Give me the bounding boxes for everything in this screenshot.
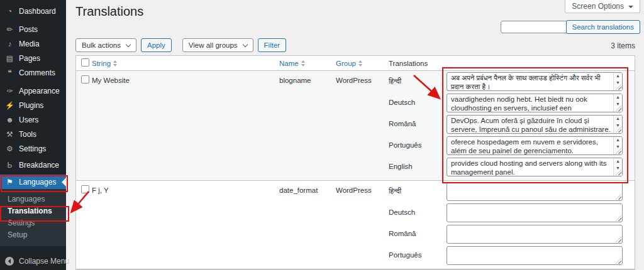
scroll-down-icon[interactable]: ▼	[616, 144, 620, 149]
page-title: Translations	[75, 4, 143, 19]
sidebar-item-languages[interactable]: ⚑Languages	[0, 175, 66, 189]
current-menu-arrow	[62, 178, 66, 186]
select-all-checkbox[interactable]	[81, 58, 89, 67]
translation-entry: हिन्दी	[389, 182, 635, 203]
sidebar-item-label: Comments	[19, 68, 55, 77]
apply-button[interactable]: Apply	[141, 38, 172, 52]
translation-language-label: Română	[389, 115, 447, 127]
scroll-down-icon[interactable]: ▼	[616, 166, 620, 170]
table-body: My WebsiteblognameWordPressहिन्दी▲▼Deuts…	[76, 71, 635, 269]
dashboard-icon: ◔	[5, 7, 14, 16]
submenu-item-settings[interactable]: Settings	[0, 217, 66, 229]
row-checkbox[interactable]	[81, 75, 89, 84]
sidebar-item-label: Breakdance	[19, 161, 59, 170]
sort-icon	[358, 60, 362, 67]
sidebar-item-tools[interactable]: ⚒Tools	[0, 127, 66, 141]
scroll-up-icon[interactable]: ▲	[616, 73, 620, 78]
tools-icon: ⚒	[5, 130, 14, 139]
sidebar-item-comments[interactable]: ❝Comments	[0, 65, 66, 80]
cell-translations: हिन्दीDeutschRomânăPortuguês	[389, 181, 635, 269]
submenu-item-setup[interactable]: Setup	[0, 229, 66, 241]
scroll-up-icon[interactable]: ▲	[616, 95, 620, 99]
translation-entry: Română▲▼	[389, 115, 635, 136]
table-row: F j, Ydate_formatWordPressहिन्दीDeutschR…	[76, 181, 635, 269]
column-header-string[interactable]: String	[92, 60, 279, 67]
sort-icon	[113, 60, 117, 67]
translation-textarea[interactable]	[447, 158, 623, 176]
collapse-icon	[5, 257, 14, 266]
scroll-up-icon[interactable]: ▲	[616, 116, 620, 121]
translation-textarea[interactable]	[447, 182, 623, 201]
screen-options-label: Screen Options	[572, 2, 624, 11]
column-header-name[interactable]: Name	[279, 60, 336, 67]
sidebar-item-plugins[interactable]: ⚡Plugins	[0, 98, 66, 112]
scroll-down-icon[interactable]: ▼	[616, 80, 620, 85]
sidebar-item-settings[interactable]: ⚙Settings	[0, 141, 66, 156]
sidebar-item-dashboard[interactable]: ◔Dashboard	[0, 4, 66, 18]
translation-entry: हिन्दी▲▼	[389, 72, 635, 94]
submenu-item-languages[interactable]: Languages	[0, 193, 66, 205]
sidebar-item-pages[interactable]: ▤Pages	[0, 51, 66, 65]
sidebar-item-label: Pages	[19, 54, 40, 63]
chevron-down-icon	[628, 6, 633, 8]
translation-language-label: Português	[389, 246, 447, 259]
scroll-up-icon[interactable]: ▲	[616, 159, 620, 163]
languages-icon: ⚑	[5, 178, 14, 186]
appearance-brush-icon: ✑	[5, 87, 14, 95]
bulk-actions-label: Bulk actions	[82, 41, 121, 49]
translation-field: ▲▼	[447, 136, 623, 155]
translation-field	[447, 246, 623, 265]
scroll-down-icon[interactable]: ▼	[616, 102, 620, 106]
column-header-group[interactable]: Group	[336, 60, 389, 67]
sidebar-item-label: Users	[19, 116, 38, 124]
media-icon: ♪	[5, 40, 14, 48]
search-translations-button[interactable]: Search translations	[566, 20, 640, 34]
translation-language-label: Română	[389, 225, 447, 237]
translation-textarea[interactable]	[447, 246, 623, 265]
sidebar-item-users[interactable]: ☻Users	[0, 112, 66, 127]
table-toolbar: Bulk actions Apply View all groups Filte…	[75, 38, 286, 52]
translation-entry: Deutsch▲▼	[389, 94, 635, 115]
translation-field: ▲▼	[447, 115, 623, 134]
translation-language-label: Deutsch	[389, 94, 447, 106]
row-checkbox[interactable]	[81, 185, 89, 193]
translation-language-label: Português	[389, 136, 447, 149]
content-area: Translations Screen Options Search trans…	[66, 0, 644, 270]
translation-textarea[interactable]	[447, 203, 623, 222]
translation-field	[447, 225, 623, 244]
translation-field	[447, 203, 623, 222]
translation-textarea[interactable]	[447, 72, 623, 91]
column-header-translations: Translations	[389, 60, 635, 67]
sidebar-item-breakdance[interactable]: ЬBreakdance	[0, 158, 66, 172]
translation-field: ▲▼	[447, 94, 623, 112]
filter-button[interactable]: Filter	[258, 38, 287, 52]
sidebar-item-label: Languages	[19, 178, 56, 186]
translation-textarea[interactable]	[447, 94, 623, 112]
translation-entry: English▲▼	[389, 158, 635, 179]
translation-textarea[interactable]	[447, 115, 623, 134]
users-icon: ☻	[5, 116, 14, 124]
row-select-cell	[76, 181, 92, 195]
group-filter-select[interactable]: View all groups	[182, 38, 253, 52]
sidebar-item-media[interactable]: ♪Media	[0, 36, 66, 51]
translation-language-label: हिन्दी	[389, 182, 447, 195]
sort-icon	[301, 60, 305, 67]
translation-textarea[interactable]	[447, 225, 623, 244]
sidebar-item-posts[interactable]: ✏Posts	[0, 22, 66, 36]
chevron-down-icon	[242, 42, 247, 47]
collapse-menu-button[interactable]: Collapse Menu	[0, 254, 66, 268]
cell-group: WordPress	[336, 181, 389, 194]
translation-language-label: Deutsch	[389, 203, 447, 216]
bulk-actions-select[interactable]: Bulk actions	[75, 38, 136, 52]
table-row: My WebsiteblognameWordPressहिन्दी▲▼Deuts…	[76, 71, 635, 181]
select-all-cell	[76, 58, 92, 68]
admin-sidebar: ◔Dashboard✏Posts♪Media▤Pages❝Comments✑Ap…	[0, 0, 66, 270]
submenu-item-translations[interactable]: Translations	[0, 205, 66, 217]
comment-icon: ❝	[5, 68, 14, 77]
pages-icon: ▤	[5, 54, 14, 63]
sidebar-item-appearance[interactable]: ✑Appearance	[0, 84, 66, 98]
screen-options-button[interactable]: Screen Options	[565, 0, 640, 13]
scroll-up-icon[interactable]: ▲	[616, 138, 620, 142]
scroll-down-icon[interactable]: ▼	[616, 123, 620, 127]
translation-textarea[interactable]	[447, 136, 623, 155]
